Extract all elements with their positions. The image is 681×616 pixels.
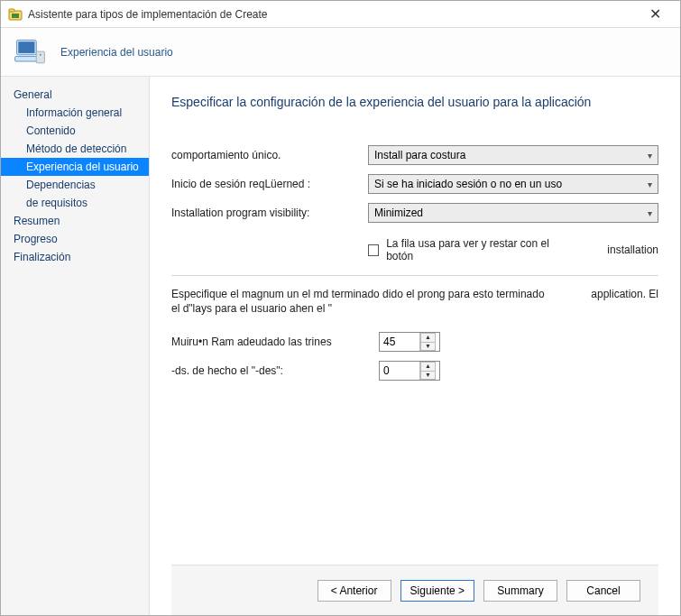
chevron-down-icon: ▾	[648, 179, 652, 189]
summary-button[interactable]: Summary	[483, 580, 557, 602]
arrow-down-icon[interactable]: ▼	[420, 342, 436, 351]
note-text: Especifique el magnum un el md terminado…	[171, 287, 658, 316]
cancel-button[interactable]: Cancel	[566, 580, 640, 602]
chevron-down-icon: ▾	[648, 208, 652, 218]
nav-finalizacion[interactable]: Finalización	[1, 248, 149, 266]
wizard-window: Asistente para tipos de implementación d…	[0, 0, 681, 616]
page-heading: Especificar la configuración de la exper…	[171, 95, 658, 109]
note-left: Especifique el magnum un el md terminado…	[171, 287, 550, 316]
next-button[interactable]: Siguiente >	[400, 580, 474, 602]
nav-general[interactable]: General	[1, 86, 149, 104]
previous-button[interactable]: < Anterior	[317, 580, 391, 602]
divider	[171, 275, 658, 276]
wizard-body: General Información general Contenido Mé…	[1, 77, 680, 615]
spinner-ds-buttons: ▲ ▼	[419, 362, 436, 380]
svg-rect-6	[36, 51, 44, 63]
spinner-ds[interactable]: ▲ ▼	[379, 361, 440, 381]
nav-progreso[interactable]: Progreso	[1, 230, 149, 248]
spinner-ram-input[interactable]	[380, 333, 419, 351]
checkbox-allow-interact[interactable]	[368, 244, 379, 256]
wizard-header: Experiencia del usuario	[1, 28, 680, 77]
nav-de-requisitos[interactable]: de requisitos	[1, 194, 149, 212]
select-login[interactable]: Si se ha iniciado sesión o no en un uso …	[368, 174, 658, 194]
select-visibility-value: Minimized	[374, 207, 423, 219]
svg-rect-2	[12, 14, 19, 18]
label-visibility: Installation program visibility:	[171, 207, 368, 219]
wizard-footer: < Anterior Siguiente > Summary Cancel	[171, 565, 658, 615]
wizard-content: Especificar la configuración de la exper…	[150, 77, 680, 615]
label-ds: -ds. de hecho el "-des":	[171, 364, 379, 377]
titlebar: Asistente para tipos de implementación d…	[1, 1, 680, 28]
nav-dependencias[interactable]: Dependencias	[1, 176, 149, 194]
nav-info-general[interactable]: Información general	[1, 104, 149, 122]
nav-resumen[interactable]: Resumen	[1, 212, 149, 230]
nav-metodo-deteccion[interactable]: Método de detección	[1, 140, 149, 158]
spinner-ram-buttons: ▲ ▼	[419, 333, 436, 351]
row-visibility: Installation program visibility: Minimiz…	[171, 203, 658, 223]
arrow-down-icon[interactable]: ▼	[420, 371, 436, 380]
select-visibility[interactable]: Minimized ▾	[368, 203, 658, 223]
row-ds: -ds. de hecho el "-des": ▲ ▼	[171, 361, 658, 381]
label-login: Inicio de sesión reqLüerned :	[171, 178, 368, 190]
select-login-value: Si se ha iniciado sesión o no en un uso	[374, 178, 562, 190]
checkbox-label: La fila usa para ver y restar con el bot…	[386, 237, 564, 262]
chevron-down-icon: ▾	[648, 151, 652, 161]
label-ram: Muiru•n Ram adeudado las trines	[171, 336, 379, 348]
window-title: Asistente para tipos de implementación d…	[28, 8, 637, 21]
row-ram: Muiru•n Ram adeudado las trines ▲ ▼	[171, 332, 658, 352]
spinner-ram[interactable]: ▲ ▼	[379, 332, 440, 352]
select-behavior-value: Install para costura	[374, 149, 465, 161]
content-spacer	[171, 390, 658, 565]
computer-icon	[12, 36, 48, 69]
arrow-up-icon[interactable]: ▲	[420, 362, 436, 371]
close-button[interactable]: ✕	[637, 2, 673, 27]
note-right: application. El	[591, 287, 658, 316]
arrow-up-icon[interactable]: ▲	[420, 333, 436, 342]
close-icon: ✕	[649, 5, 661, 23]
svg-rect-4	[18, 41, 34, 53]
label-behavior: comportamiento único.	[171, 149, 368, 161]
svg-point-7	[40, 53, 41, 55]
nav-experiencia-usuario[interactable]: Experiencia del usuario	[1, 158, 149, 176]
nav-contenido[interactable]: Contenido	[1, 122, 149, 140]
step-title: Experiencia del usuario	[60, 46, 173, 59]
row-checkbox: La fila usa para ver y restar con el bot…	[368, 237, 658, 262]
spinner-ds-input[interactable]	[380, 362, 419, 380]
select-behavior[interactable]: Install para costura ▾	[368, 145, 658, 165]
app-icon	[8, 7, 23, 22]
svg-rect-5	[15, 56, 38, 60]
checkbox-right-text: installation	[607, 244, 658, 256]
row-login: Inicio de sesión reqLüerned : Si se ha i…	[171, 174, 658, 194]
svg-rect-1	[9, 9, 14, 12]
row-behavior: comportamiento único. Install para costu…	[171, 145, 658, 165]
wizard-nav: General Información general Contenido Mé…	[1, 77, 150, 615]
